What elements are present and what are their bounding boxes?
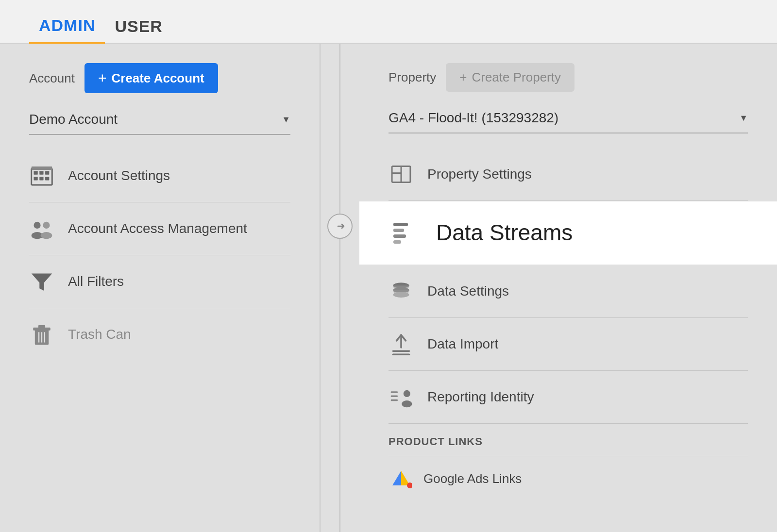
property-label: Property bbox=[388, 70, 436, 85]
create-property-button[interactable]: + Create Property bbox=[446, 63, 574, 92]
svg-marker-37 bbox=[392, 471, 401, 485]
data-streams-label: Data Streams bbox=[436, 218, 573, 248]
svg-point-28 bbox=[393, 292, 409, 298]
property-settings-label: Property Settings bbox=[427, 166, 532, 183]
arrow-circle-icon bbox=[327, 214, 353, 239]
people-icon bbox=[29, 216, 54, 241]
svg-rect-15 bbox=[38, 325, 45, 328]
trash-can-label: Trash Can bbox=[68, 326, 131, 343]
plus-icon-property: + bbox=[459, 70, 467, 85]
center-divider-col bbox=[321, 44, 359, 532]
svg-rect-4 bbox=[34, 177, 37, 180]
svg-rect-5 bbox=[39, 177, 43, 180]
svg-rect-3 bbox=[45, 171, 49, 175]
svg-point-10 bbox=[43, 222, 50, 229]
svg-rect-7 bbox=[32, 166, 52, 170]
trash-icon bbox=[29, 322, 54, 347]
tab-user[interactable]: USER bbox=[105, 17, 172, 43]
data-settings-label: Data Settings bbox=[427, 283, 509, 300]
product-links-label: PRODUCT LINKS bbox=[388, 435, 748, 448]
account-label: Account bbox=[29, 71, 75, 86]
property-section-header: Property + Create Property bbox=[388, 63, 748, 92]
property-chevron-down-icon: ▼ bbox=[739, 113, 748, 123]
tab-admin[interactable]: ADMIN bbox=[29, 16, 105, 44]
menu-item-reporting-identity[interactable]: Reporting Identity bbox=[388, 371, 748, 424]
svg-point-35 bbox=[404, 390, 410, 397]
plus-icon: + bbox=[98, 70, 107, 86]
svg-rect-1 bbox=[34, 171, 37, 175]
menu-item-google-ads[interactable]: Google Ads Links bbox=[388, 456, 748, 501]
menu-item-trash-can[interactable]: Trash Can bbox=[29, 308, 290, 361]
menu-item-all-filters[interactable]: All Filters bbox=[29, 255, 290, 308]
data-import-label: Data Import bbox=[427, 335, 498, 353]
google-ads-icon bbox=[388, 466, 414, 491]
menu-item-account-settings[interactable]: Account Settings bbox=[29, 150, 290, 202]
right-column: Property + Create Property GA4 - Flood-I… bbox=[359, 44, 777, 532]
main-content: Account + Create Account Demo Account ▼ bbox=[0, 44, 777, 532]
svg-point-11 bbox=[41, 232, 52, 239]
property-settings-icon bbox=[388, 162, 414, 187]
svg-rect-25 bbox=[393, 240, 401, 244]
left-column: Account + Create Account Demo Account ▼ bbox=[0, 44, 321, 532]
svg-rect-22 bbox=[393, 223, 408, 226]
account-dropdown[interactable]: Demo Account ▼ bbox=[29, 105, 290, 135]
all-filters-label: All Filters bbox=[68, 273, 124, 290]
building-icon bbox=[29, 163, 54, 188]
menu-item-account-access[interactable]: Account Access Management bbox=[29, 202, 290, 255]
property-dropdown[interactable]: GA4 - Flood-It! (153293282) ▼ bbox=[388, 103, 748, 133]
property-dropdown-value: GA4 - Flood-It! (153293282) bbox=[388, 110, 558, 126]
create-account-button[interactable]: + Create Account bbox=[84, 63, 218, 93]
reporting-identity-label: Reporting Identity bbox=[427, 388, 534, 406]
account-dropdown-value: Demo Account bbox=[29, 112, 118, 127]
svg-rect-34 bbox=[391, 399, 398, 401]
chevron-down-icon: ▼ bbox=[282, 115, 290, 125]
data-import-icon bbox=[388, 332, 414, 357]
svg-rect-2 bbox=[39, 171, 43, 175]
svg-rect-6 bbox=[45, 177, 49, 180]
data-settings-icon bbox=[388, 279, 414, 304]
reporting-identity-icon bbox=[388, 384, 414, 410]
filter-icon bbox=[29, 269, 54, 294]
svg-rect-32 bbox=[391, 391, 398, 393]
vertical-divider bbox=[339, 44, 340, 532]
data-streams-icon bbox=[388, 216, 422, 250]
menu-item-property-settings[interactable]: Property Settings bbox=[388, 148, 748, 201]
account-section-header: Account + Create Account bbox=[29, 63, 290, 93]
menu-item-data-settings[interactable]: Data Settings bbox=[388, 265, 748, 318]
account-access-label: Account Access Management bbox=[68, 220, 247, 237]
svg-rect-23 bbox=[393, 229, 404, 232]
svg-rect-24 bbox=[393, 234, 406, 238]
google-ads-label: Google Ads Links bbox=[423, 471, 522, 486]
svg-rect-33 bbox=[391, 395, 398, 397]
svg-point-8 bbox=[34, 222, 40, 229]
top-tabs: ADMIN USER bbox=[0, 0, 777, 44]
account-settings-label: Account Settings bbox=[68, 167, 170, 184]
menu-item-data-streams[interactable]: Data Streams bbox=[359, 201, 777, 265]
menu-item-data-import[interactable]: Data Import bbox=[388, 318, 748, 371]
svg-point-36 bbox=[402, 400, 412, 407]
svg-marker-12 bbox=[32, 273, 52, 290]
